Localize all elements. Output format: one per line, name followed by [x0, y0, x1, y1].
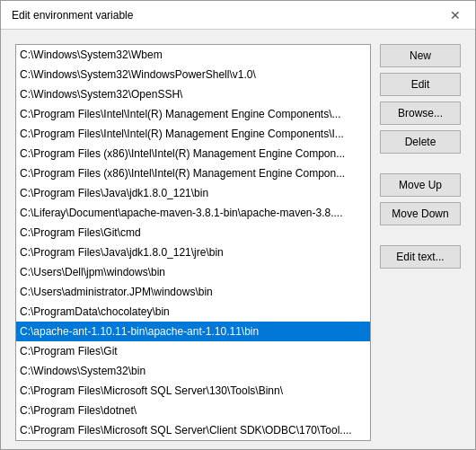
list-item[interactable]: C:\Program Files (x86)\Intel\Intel(R) Ma… [16, 144, 370, 163]
list-item[interactable]: C:\Program Files\dotnet\ [16, 401, 370, 420]
edit-env-var-dialog: Edit environment variable ✕ C:\Windows\S… [0, 0, 476, 450]
new-button[interactable]: New [380, 44, 461, 67]
list-item[interactable]: C:\Windows\System32\OpenSSH\ [16, 84, 370, 104]
title-bar: Edit environment variable ✕ [1, 1, 475, 30]
list-item[interactable]: C:\Users\Dell\jpm\windows\bin [16, 262, 370, 282]
browse-button[interactable]: Browse... [380, 101, 461, 125]
list-item[interactable]: C:\Program Files\Intel\Intel(R) Manageme… [16, 124, 370, 144]
list-item[interactable]: C:\Program Files\Microsoft SQL Server\Cl… [16, 420, 370, 440]
list-item[interactable]: C:\Windows\System32\WindowsPowerShell\v1… [16, 65, 370, 84]
close-button[interactable]: ✕ [446, 6, 464, 24]
list-item[interactable]: C:\Program Files\Git\cmd [16, 223, 370, 243]
list-item[interactable]: C:\Users\administrator.JPM\windows\bin [16, 282, 370, 302]
list-item[interactable]: C:\Program Files\Intel\Intel(R) Manageme… [16, 104, 370, 124]
move-up-button[interactable]: Move Up [380, 173, 461, 197]
list-item[interactable]: C:\apache-ant-1.10.11-bin\apache-ant-1.1… [16, 322, 370, 341]
list-container: C:\Windows\System32\WbemC:\Windows\Syste… [15, 44, 371, 441]
buttons-panel: New Edit Browse... Delete Move Up Move D… [380, 44, 461, 441]
list-item[interactable]: C:\ProgramData\chocolatey\bin [16, 302, 370, 322]
env-var-list[interactable]: C:\Windows\System32\WbemC:\Windows\Syste… [15, 44, 371, 441]
list-item[interactable]: C:\Program Files\Java\jdk1.8.0_121\jre\b… [16, 243, 370, 262]
dialog-content: C:\Windows\System32\WbemC:\Windows\Syste… [1, 30, 475, 450]
list-item[interactable]: C:\Windows\System32\Wbem [16, 45, 370, 65]
edit-text-button[interactable]: Edit text... [380, 245, 461, 269]
spacer-2 [380, 231, 461, 240]
delete-button[interactable]: Delete [380, 130, 461, 154]
list-item[interactable]: C:\Liferay\Document\apache-maven-3.8.1-b… [16, 203, 370, 223]
list-item[interactable]: C:\Program Files\Microsoft SQL Server\13… [16, 381, 370, 401]
dialog-title: Edit environment variable [12, 9, 133, 22]
list-item[interactable]: C:\Program Files (x86)\Intel\Intel(R) Ma… [16, 163, 370, 183]
move-down-button[interactable]: Move Down [380, 202, 461, 225]
list-item[interactable]: C:\Program Files\Git [16, 341, 370, 361]
spacer-1 [380, 159, 461, 168]
edit-button[interactable]: Edit [380, 73, 461, 96]
list-item[interactable]: C:\Windows\System32\bin [16, 361, 370, 381]
list-item[interactable]: C:\Program Files\Java\jdk1.8.0_121\bin [16, 183, 370, 203]
